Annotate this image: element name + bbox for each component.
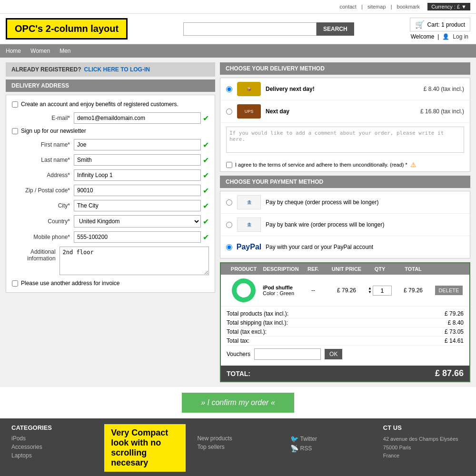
create-account-checkbox[interactable] [12, 101, 18, 108]
delivery-radio-2[interactable] [226, 109, 232, 115]
cart-icon: 🛒 [415, 20, 425, 29]
zip-field[interactable] [74, 185, 201, 196]
terms-checkbox[interactable] [226, 162, 232, 168]
delivery-label-1: Delivery next day! [266, 86, 419, 92]
email-field[interactable] [74, 112, 201, 124]
qty-input[interactable] [373, 286, 392, 296]
city-field[interactable] [74, 200, 201, 211]
voucher-ok-button[interactable]: OK [325, 349, 342, 359]
voucher-row: Vouchers OK [227, 346, 464, 363]
currency-button[interactable]: Currency : £ ▼ [427, 3, 470, 10]
zip-check-icon: ✔ [203, 186, 209, 195]
footer-social-title [290, 424, 372, 431]
lastname-field[interactable] [74, 154, 201, 166]
total-excl-value: £ 73.05 [445, 328, 464, 335]
payment-option-2: 🏦 Pay by bank wire (order process will b… [220, 214, 470, 236]
address-field[interactable] [74, 169, 201, 181]
voucher-input[interactable] [254, 348, 321, 360]
delivery-address-header: DELIVERY ADDRESS [6, 79, 215, 92]
delivery-option-1: 📦 Delivery next day! £ 8.40 (tax incl.) [220, 78, 470, 100]
additional-field[interactable]: 2nd floor [60, 247, 209, 275]
search-area: SEARCH [183, 22, 354, 36]
footer-compact-badge: Very Compact look with no scrolling nece… [104, 424, 186, 472]
payment-radio-1[interactable] [226, 199, 232, 206]
newsletter-checkbox[interactable] [12, 128, 18, 134]
nav-item-men[interactable]: Men [60, 48, 70, 54]
col-ref: REF. [299, 266, 327, 272]
paypal-img: PayPal [237, 240, 261, 254]
total-shipping-row: Total shipping (tax incl.): £ 8.40 [227, 318, 464, 327]
zip-label: Zip / Postal code* [12, 187, 74, 194]
footer-ipods-link[interactable]: iPods [11, 435, 93, 442]
already-registered-bar: ALREADY REGISTERED? CLICK HERE TO LOG-IN [6, 62, 215, 77]
confirm-area: » I confirm my order « [0, 387, 476, 418]
product-total: £ 79.26 [394, 287, 432, 294]
search-input[interactable] [183, 22, 317, 36]
invoice-label: Please use another address for invoice [21, 280, 119, 287]
firstname-field[interactable] [74, 139, 201, 150]
total-excl-label: Total (tax excl.): [227, 328, 267, 335]
product-description: iPod shuffle Color : Green [263, 285, 299, 296]
product-color: Color : Green [263, 290, 299, 296]
comment-textarea[interactable]: If you would like to add a comment about… [226, 127, 464, 153]
qty-down-arrow[interactable]: ▼ [368, 290, 372, 294]
country-select[interactable]: United Kingdom [74, 215, 201, 228]
delete-button[interactable]: DELETE [435, 286, 463, 295]
twitter-label: Twitter [300, 436, 317, 442]
total-excl-row: Total (tax excl.): £ 73.05 [227, 327, 464, 337]
delivery-option-2: UPS Next day £ 16.80 (tax incl.) [220, 100, 470, 123]
table-row: iPod shuffle Color : Green -- £ 79.26 ▲ … [221, 275, 469, 307]
carrier-img-1: 📦 [237, 82, 261, 96]
twitter-link[interactable]: 🐦 Twitter [290, 435, 372, 443]
nav-item-women[interactable]: Women [30, 48, 50, 54]
create-account-label: Create an account and enjoy benefits of … [21, 101, 178, 108]
footer-categories: CATEGORIES iPods Accessories Laptops [6, 424, 99, 476]
footer-laptops-link[interactable]: Laptops [11, 452, 93, 459]
delivery-radio-1[interactable] [226, 86, 232, 92]
nav-item-home[interactable]: Home [6, 48, 21, 54]
login-link[interactable]: Log in [453, 33, 468, 40]
welcome-bar: Welcome | 👤 Log in [410, 33, 470, 40]
person-icon: 👤 [442, 33, 449, 40]
phone-field[interactable] [74, 231, 201, 243]
cheque-img: 🏦 [237, 195, 261, 209]
comment-box: If you would like to add a comment about… [226, 127, 464, 154]
payment-radio-3[interactable] [226, 244, 232, 250]
bookmark-link[interactable]: bookmark [397, 4, 420, 10]
logo-area: OPC's 2-column layout [6, 18, 128, 40]
address-check-icon: ✔ [203, 171, 209, 180]
cart-info[interactable]: 🛒 Cart: 1 product [410, 18, 470, 31]
delivery-label-2: Next day [266, 108, 416, 115]
totals-area: Total products (tax incl.): £ 79.26 Tota… [221, 307, 469, 366]
total-tax-value: £ 14.61 [445, 337, 464, 344]
footer-top-sellers-link[interactable]: Top sellers [197, 444, 278, 450]
payment-radio-2[interactable] [226, 222, 232, 228]
phone-row: Mobile phone* ✔ [12, 231, 209, 243]
sitemap-link[interactable]: sitemap [367, 4, 386, 10]
rss-link[interactable]: 📡 RSS [290, 445, 372, 452]
footer-addr-3: France [383, 453, 399, 458]
order-table-header: PRODUCT DESCRIPTION REF. UNIT PRICE QTY … [221, 263, 469, 275]
terms-row: I agree to the terms of service and adhe… [220, 158, 470, 171]
lastname-check-icon: ✔ [203, 156, 209, 165]
paypal-logo: PayPal [237, 243, 261, 251]
already-registered-text: ALREADY REGISTERED? [11, 66, 81, 73]
zip-row: Zip / Postal code* ✔ [12, 185, 209, 196]
product-ref: -- [299, 287, 327, 294]
contact-link[interactable]: contact [339, 4, 356, 10]
qty-arrows: ▲ ▼ [368, 287, 372, 294]
country-check-icon: ✔ [203, 217, 209, 226]
search-button[interactable]: SEARCH [317, 22, 354, 36]
invoice-checkbox[interactable] [12, 280, 18, 287]
footer-new-products-link[interactable]: New products [197, 435, 278, 442]
login-here-link[interactable]: CLICK HERE TO LOG-IN [84, 66, 149, 73]
footer-contact-title: CT US [383, 424, 465, 431]
grand-total-row: TOTAL: £ 87.66 [221, 366, 469, 381]
terms-text: I agree to the terms of service and adhe… [235, 162, 407, 168]
firstname-label: First name* [12, 141, 74, 148]
footer-contact-col: CT US 42 avenue des Champs Elysées 75000… [377, 424, 470, 476]
footer-accessories-link[interactable]: Accessories [11, 444, 93, 450]
delivery-section: 📦 Delivery next day! £ 8.40 (tax incl.) … [220, 78, 470, 172]
confirm-order-button[interactable]: » I confirm my order « [182, 393, 294, 413]
footer-addr-1: 42 avenue des Champs Elysées [383, 436, 458, 442]
